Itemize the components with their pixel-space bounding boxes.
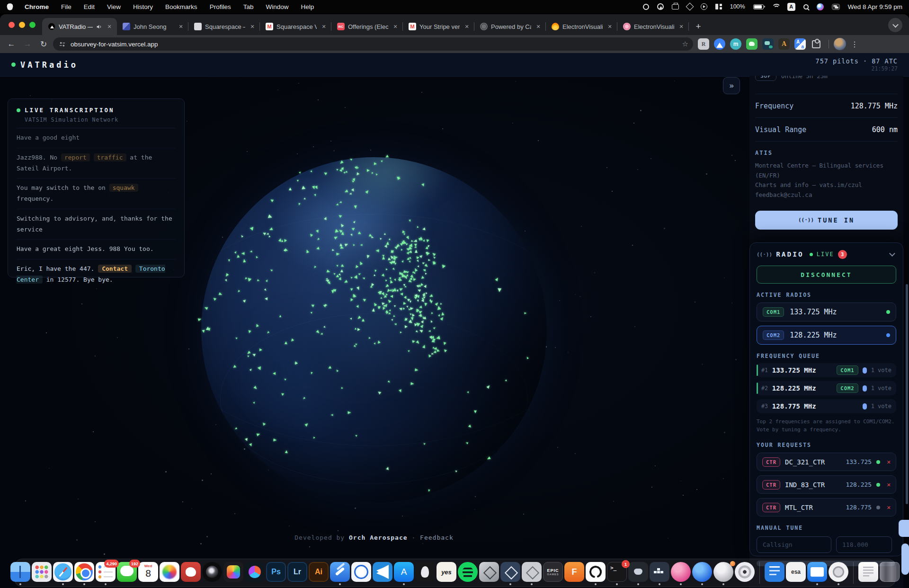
request-row[interactable]: CTRIND_83_CTR128.225✕ <box>757 475 896 494</box>
window-tiles-menubar-icon[interactable] <box>715 4 722 9</box>
request-row[interactable]: CTRMTL_CTR128.775✕ <box>757 498 896 517</box>
battery-icon[interactable] <box>753 4 764 9</box>
dock-item-unity-hub[interactable] <box>500 561 520 585</box>
forward-button[interactable]: → <box>21 37 34 51</box>
request-row[interactable]: CTRDC_321_CTR133.725✕ <box>757 453 896 471</box>
browser-menu-button[interactable]: ⋮ <box>849 40 860 49</box>
browser-tab[interactable]: Powered by Cap✕ <box>474 18 546 35</box>
tab-close-icon[interactable]: ✕ <box>606 23 614 30</box>
dock-item-bear[interactable] <box>181 561 201 585</box>
dock-item-camera-lens-app[interactable] <box>202 561 222 585</box>
dock-item-chatgpt[interactable] <box>586 561 606 585</box>
apple-menu-icon[interactable] <box>7 3 13 10</box>
tab-close-icon[interactable]: ✕ <box>677 23 685 30</box>
tune-in-button[interactable]: ((·)) TUNE IN <box>755 211 898 230</box>
dock-item-esa-app[interactable]: esa <box>786 561 806 585</box>
dock-item-mail[interactable] <box>807 561 827 585</box>
spotlight-search-icon[interactable] <box>803 4 809 9</box>
browser-tab[interactable]: ElectronVisualize✕ <box>546 18 617 35</box>
profile-avatar[interactable] <box>834 38 846 50</box>
dock-item-photos[interactable] <box>160 561 179 585</box>
disconnect-button[interactable]: DISCONNECT <box>757 266 896 284</box>
r-extension[interactable]: R <box>698 38 709 50</box>
dock-item-reminders[interactable]: 4,290 <box>96 561 116 585</box>
dock-item-silver-circle-app[interactable] <box>713 561 733 585</box>
queue-row[interactable]: #1133.725 MHzCOM11 vote <box>757 363 896 377</box>
dock-item-books[interactable] <box>415 561 435 585</box>
menu-profiles[interactable]: Profiles <box>210 3 231 10</box>
dock-item-disc-app[interactable] <box>735 561 755 585</box>
tab-close-icon[interactable]: ✕ <box>463 23 471 30</box>
menu-history[interactable]: History <box>133 3 153 10</box>
dock-item-blue-circle-app[interactable] <box>692 561 712 585</box>
unity-menubar-icon[interactable] <box>686 3 694 11</box>
dock-item-lightroom[interactable]: Lr <box>287 561 307 585</box>
queue-row[interactable]: #3128.775 MHz1 vote <box>757 399 896 413</box>
new-tab-button[interactable]: + <box>692 20 705 33</box>
menu-edit[interactable]: Edit <box>84 3 95 10</box>
dock-item-finder[interactable] <box>10 561 30 585</box>
dock-item-app-store[interactable]: A <box>394 561 414 585</box>
sidebar-scrollbar-thumb[interactable] <box>906 284 908 504</box>
close-window-button[interactable] <box>9 22 15 28</box>
m-extension[interactable]: m <box>730 38 741 50</box>
dock-item-downloads-folder[interactable] <box>858 561 878 585</box>
menu-view[interactable]: View <box>107 3 121 10</box>
url-text[interactable]: obsurvey-for-vatsim.vercel.app <box>71 41 677 48</box>
tab-close-icon[interactable]: ✕ <box>177 23 185 30</box>
remove-request-button[interactable]: ✕ <box>887 481 891 488</box>
collapse-sidebar-button[interactable]: » <box>723 77 740 94</box>
control-center-icon[interactable] <box>832 4 840 10</box>
page-scrollbar-thumb[interactable] <box>901 543 909 575</box>
browser-tab[interactable]: John Seong✕ <box>117 18 188 35</box>
wifi-icon[interactable] <box>772 4 779 9</box>
dock-item-dark-utility-app[interactable] <box>628 561 648 585</box>
printer-menubar-icon[interactable] <box>672 4 679 9</box>
dock-item-davinci-resolve[interactable] <box>245 561 265 585</box>
footer-brand-link[interactable]: Orch Aerospace <box>349 534 408 541</box>
menu-tab[interactable]: Tab <box>243 3 254 10</box>
dock-item-developer-tool[interactable] <box>330 561 350 585</box>
back-button[interactable]: ← <box>5 37 18 51</box>
dock-item-notes-app[interactable] <box>765 561 784 585</box>
dock-item-illustrator[interactable]: Ai <box>309 561 329 585</box>
a-extension[interactable]: A <box>778 38 790 50</box>
dock-item-spotify[interactable] <box>458 561 478 585</box>
menu-help[interactable]: Help <box>301 3 314 10</box>
browser-tab[interactable]: RCOfferings (Electro✕ <box>331 18 403 35</box>
bookmark-star-icon[interactable]: ☆ <box>682 40 688 48</box>
dock-item-calendar[interactable]: Wed8 <box>138 561 158 585</box>
input-source-icon[interactable]: A <box>787 3 795 11</box>
tab-close-icon[interactable]: ✕ <box>320 23 328 30</box>
remove-request-button[interactable]: ✕ <box>887 458 891 465</box>
chevron-down-icon[interactable] <box>889 250 895 257</box>
nordvpn-extension[interactable] <box>714 38 725 50</box>
active-radio-row[interactable]: COM2128.225 MHz <box>757 326 896 345</box>
zoom-window-button[interactable] <box>29 22 36 28</box>
dock-item-photoshop[interactable]: Ps <box>266 561 286 585</box>
dock-item-trash[interactable] <box>880 561 900 585</box>
dock-item-pink-circle-app[interactable] <box>671 561 691 585</box>
site-settings-icon[interactable] <box>59 41 66 48</box>
address-bar[interactable]: obsurvey-for-vatsim.vercel.app ☆ <box>53 37 693 51</box>
chatgpt-menubar-icon[interactable] <box>643 4 649 10</box>
feedback-link[interactable]: Feedback <box>420 534 454 541</box>
evernote-extension[interactable] <box>746 38 758 50</box>
dock-item-white-circle-app[interactable] <box>829 561 848 585</box>
dock-item-terminal[interactable]: >_1 <box>607 561 627 585</box>
translate-extension[interactable] <box>794 38 806 50</box>
browser-tab[interactable]: MSquarespace Veri✕ <box>260 18 331 35</box>
frequency-input[interactable] <box>836 536 892 553</box>
browser-tab[interactable]: ElectronVisualize✕ <box>617 18 689 35</box>
remove-request-button[interactable]: ✕ <box>887 504 891 511</box>
tab-close-icon[interactable]: ✕ <box>106 23 113 30</box>
dock-item-messages[interactable]: 192 <box>117 561 137 585</box>
play-menubar-icon[interactable] <box>701 3 707 10</box>
browser-tab[interactable]: Squarespace — L✕ <box>188 18 260 35</box>
callsign-input[interactable] <box>757 536 831 553</box>
dock-item-final-cut-pro[interactable] <box>223 561 243 585</box>
siri-icon[interactable] <box>817 3 824 10</box>
dock-item-chrome[interactable] <box>74 561 94 585</box>
browser-tab[interactable]: MYour Stripe verifi✕ <box>403 18 474 35</box>
tab-close-icon[interactable]: ✕ <box>535 23 542 30</box>
